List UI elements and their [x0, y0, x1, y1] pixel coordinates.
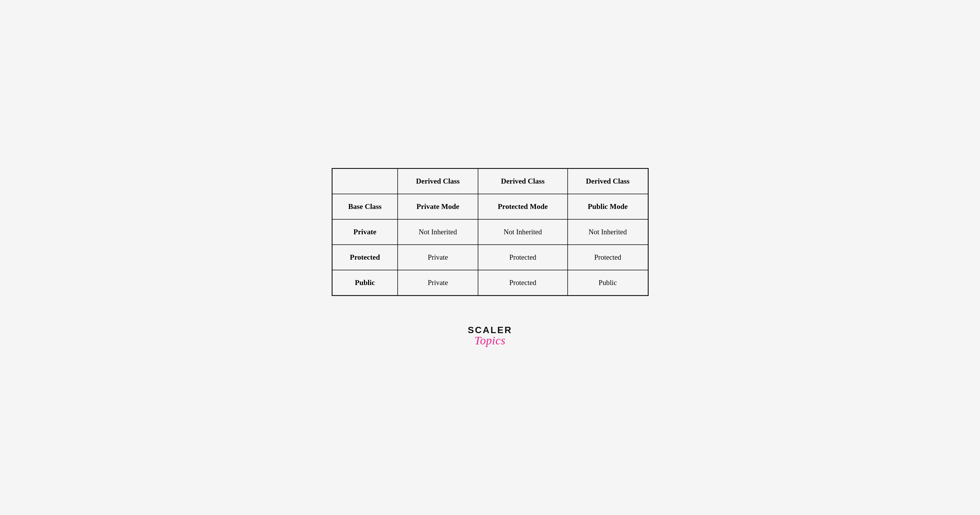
header-derived-public: Derived Class — [568, 168, 648, 194]
row-label-protected: Protected — [332, 245, 398, 270]
header-derived-private: Derived Class — [398, 168, 478, 194]
header-derived-protected: Derived Class — [478, 168, 568, 194]
header-row: Derived Class Derived Class Derived Clas… — [332, 168, 648, 194]
table-row-protected: Protected Private Protected Protected — [332, 245, 648, 270]
inheritance-table: Derived Class Derived Class Derived Clas… — [332, 168, 649, 296]
row-label-public: Public — [332, 270, 398, 296]
subheader-private-mode: Private Mode — [398, 194, 478, 219]
table-container: Derived Class Derived Class Derived Clas… — [332, 168, 649, 296]
row-label-private: Private — [332, 219, 398, 245]
table-row-private: Private Not Inherited Not Inherited Not … — [332, 219, 648, 245]
private-public-mode: Not Inherited — [568, 219, 648, 245]
subheader-row: Base Class Private Mode Protected Mode P… — [332, 194, 648, 219]
private-private-mode: Not Inherited — [398, 219, 478, 245]
page-wrapper: Derived Class Derived Class Derived Clas… — [332, 168, 649, 347]
protected-public-mode: Protected — [568, 245, 648, 270]
public-private-mode: Private — [398, 270, 478, 296]
subheader-protected-mode: Protected Mode — [478, 194, 568, 219]
public-protected-mode: Protected — [478, 270, 568, 296]
header-empty-cell — [332, 168, 398, 194]
logo-topics-text: Topics — [474, 334, 506, 347]
subheader-public-mode: Public Mode — [568, 194, 648, 219]
protected-protected-mode: Protected — [478, 245, 568, 270]
private-protected-mode: Not Inherited — [478, 219, 568, 245]
protected-private-mode: Private — [398, 245, 478, 270]
public-public-mode: Public — [568, 270, 648, 296]
logo-container: SCALER Topics — [468, 325, 512, 347]
subheader-base-class: Base Class — [332, 194, 398, 219]
table-row-public: Public Private Protected Public — [332, 270, 648, 296]
